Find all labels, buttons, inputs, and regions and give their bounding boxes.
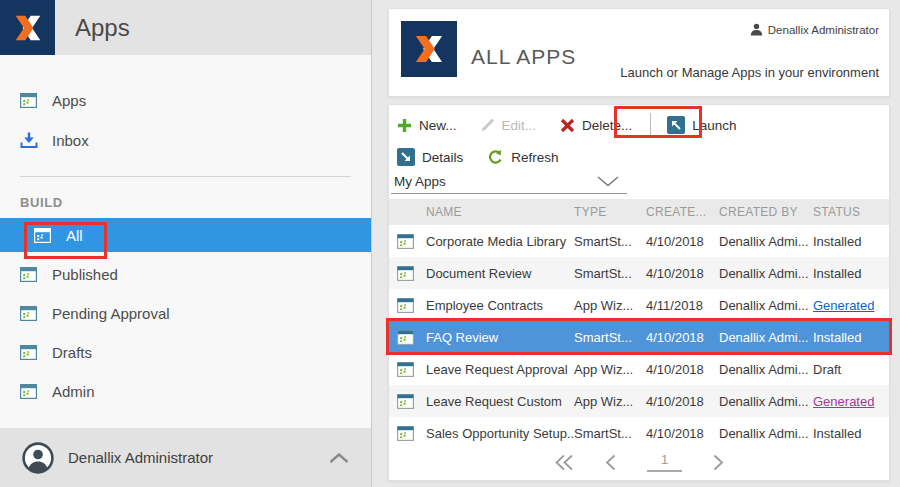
person-icon bbox=[750, 23, 763, 36]
column-header-type[interactable]: TYPE bbox=[574, 205, 646, 219]
cell-name: Leave Request Custom bbox=[426, 394, 574, 409]
cell-type: SmartSt... bbox=[574, 330, 646, 345]
cell-created-by: Denallix Admi... bbox=[719, 330, 813, 345]
apps-list-card: New... Edit... Delete... Launch Details bbox=[388, 104, 890, 481]
apps-window-icon bbox=[20, 93, 38, 108]
apps-window-icon bbox=[20, 306, 38, 321]
column-header-status[interactable]: STATUS bbox=[813, 205, 889, 219]
delete-button-label: Delete... bbox=[582, 118, 632, 133]
sidebar-item-published[interactable]: Published bbox=[0, 255, 371, 294]
apps-filter-value: My Apps bbox=[391, 174, 446, 189]
sidebar-item-drafts[interactable]: Drafts bbox=[0, 333, 371, 372]
page-title: ALL APPS bbox=[471, 45, 576, 69]
sidebar-build-list: All Published Pending Approval Drafts Ad… bbox=[0, 218, 371, 411]
new-button-label: New... bbox=[419, 118, 457, 133]
cell-type: App Wiz... bbox=[574, 362, 646, 377]
cell-name: Document Review bbox=[426, 266, 574, 281]
pagination: 1 bbox=[389, 452, 889, 472]
pencil-icon bbox=[481, 118, 495, 132]
app-window-icon bbox=[389, 234, 426, 249]
sidebar-item-pending-approval[interactable]: Pending Approval bbox=[0, 294, 371, 333]
cell-created-by: Denallix Admi... bbox=[719, 362, 813, 377]
delete-x-icon bbox=[560, 118, 575, 133]
sidebar: Apps Apps Inbox BUILD All Published Pend… bbox=[0, 0, 372, 487]
cell-status: Installed bbox=[813, 330, 889, 345]
apps-window-icon bbox=[34, 228, 52, 243]
double-chevron-left-icon bbox=[553, 454, 574, 471]
cell-status[interactable]: Generated bbox=[813, 394, 889, 409]
pagination-first-button[interactable] bbox=[553, 454, 574, 471]
sidebar-title: Apps bbox=[75, 0, 130, 55]
cell-status[interactable]: Generated bbox=[813, 298, 889, 313]
table-row-document-review[interactable]: Document ReviewSmartSt...4/10/2018Denall… bbox=[389, 257, 889, 289]
pagination-prev-button[interactable] bbox=[604, 454, 617, 471]
sidebar-item-apps[interactable]: Apps bbox=[0, 80, 371, 120]
k2-x-logo-icon bbox=[413, 33, 445, 65]
k2-logo bbox=[0, 0, 55, 55]
launch-button[interactable]: Launch bbox=[667, 116, 736, 134]
chevron-down-icon bbox=[597, 176, 627, 187]
cell-name: FAQ Review bbox=[426, 330, 574, 345]
sidebar-item-label: Pending Approval bbox=[52, 305, 170, 322]
cell-created-by: Denallix Admi... bbox=[719, 234, 813, 249]
table-row-sales-opportunity-setup[interactable]: Sales Opportunity Setup...SmartSt...4/10… bbox=[389, 417, 889, 449]
cell-type: SmartSt... bbox=[574, 266, 646, 281]
chevron-left-icon bbox=[604, 454, 617, 471]
apps-window-icon bbox=[20, 345, 38, 360]
cell-name: Corporate Media Library bbox=[426, 234, 574, 249]
refresh-button-label: Refresh bbox=[511, 150, 558, 165]
cell-created: 4/10/2018 bbox=[646, 234, 719, 249]
sidebar-item-inbox[interactable]: Inbox bbox=[0, 120, 371, 160]
refresh-button[interactable]: Refresh bbox=[487, 149, 558, 166]
sidebar-item-label: Admin bbox=[52, 383, 95, 400]
toolbar-row-2: Details Refresh bbox=[397, 143, 583, 171]
pagination-next-button[interactable] bbox=[712, 454, 725, 471]
sidebar-item-all[interactable]: All bbox=[0, 218, 371, 252]
apps-table: NAMETYPECREATE...CREATED BYSTATUS Corpor… bbox=[389, 199, 889, 449]
column-header-created-by[interactable]: CREATED BY bbox=[719, 205, 813, 219]
sidebar-item-label: Apps bbox=[52, 92, 86, 109]
launch-icon bbox=[667, 116, 685, 134]
apps-filter-dropdown[interactable]: My Apps bbox=[391, 169, 627, 194]
column-header-name[interactable]: NAME bbox=[426, 205, 574, 219]
column-header-create[interactable]: CREATE... bbox=[646, 205, 719, 219]
sidebar-item-label: All bbox=[66, 227, 83, 244]
sidebar-item-label: Drafts bbox=[52, 344, 92, 361]
cell-created: 4/11/2018 bbox=[646, 298, 719, 313]
sidebar-footer[interactable]: Denallix Administrator bbox=[0, 428, 371, 487]
details-button[interactable]: Details bbox=[397, 148, 463, 166]
table-row-leave-request-approval[interactable]: Leave Request ApprovalApp Wiz...4/10/201… bbox=[389, 353, 889, 385]
table-row-faq-review[interactable]: FAQ ReviewSmartSt...4/10/2018Denallix Ad… bbox=[389, 321, 889, 353]
cell-type: SmartSt... bbox=[574, 234, 646, 249]
sidebar-item-label: Published bbox=[52, 266, 118, 283]
cell-created: 4/10/2018 bbox=[646, 330, 719, 345]
edit-button[interactable]: Edit... bbox=[481, 118, 537, 133]
app-window-icon bbox=[389, 298, 426, 313]
details-button-label: Details bbox=[422, 150, 463, 165]
cell-name: Sales Opportunity Setup... bbox=[426, 426, 574, 441]
delete-button[interactable]: Delete... bbox=[560, 118, 632, 133]
sidebar-item-label: Inbox bbox=[52, 132, 89, 149]
cell-status: Installed bbox=[813, 266, 889, 281]
table-row-employee-contracts[interactable]: Employee ContractsApp Wiz...4/11/2018Den… bbox=[389, 289, 889, 321]
sidebar-item-admin[interactable]: Admin bbox=[0, 372, 371, 411]
toolbar-row-1: New... Edit... Delete... Launch bbox=[397, 111, 761, 139]
chevron-up-icon[interactable] bbox=[329, 453, 349, 463]
cell-type: App Wiz... bbox=[574, 298, 646, 313]
sidebar-header: Apps bbox=[0, 0, 371, 55]
header-user[interactable]: Denallix Administrator bbox=[750, 23, 879, 36]
plus-icon bbox=[397, 118, 412, 133]
new-button[interactable]: New... bbox=[397, 118, 457, 133]
toolbar-separator bbox=[650, 113, 651, 137]
pagination-current-page[interactable]: 1 bbox=[647, 452, 682, 472]
cell-created-by: Denallix Admi... bbox=[719, 394, 813, 409]
app-window-icon bbox=[389, 394, 426, 409]
cell-created-by: Denallix Admi... bbox=[719, 298, 813, 313]
cell-status: Draft bbox=[813, 362, 889, 377]
page-header-card: ALL APPS Denallix Administrator Launch o… bbox=[388, 8, 890, 97]
apps-window-icon bbox=[20, 384, 38, 399]
cell-name: Leave Request Approval bbox=[426, 362, 574, 377]
table-row-corporate-media-library[interactable]: Corporate Media LibrarySmartSt...4/10/20… bbox=[389, 225, 889, 257]
page-subtitle: Launch or Manage Apps in your environmen… bbox=[620, 65, 879, 80]
table-row-leave-request-custom[interactable]: Leave Request CustomApp Wiz...4/10/2018D… bbox=[389, 385, 889, 417]
